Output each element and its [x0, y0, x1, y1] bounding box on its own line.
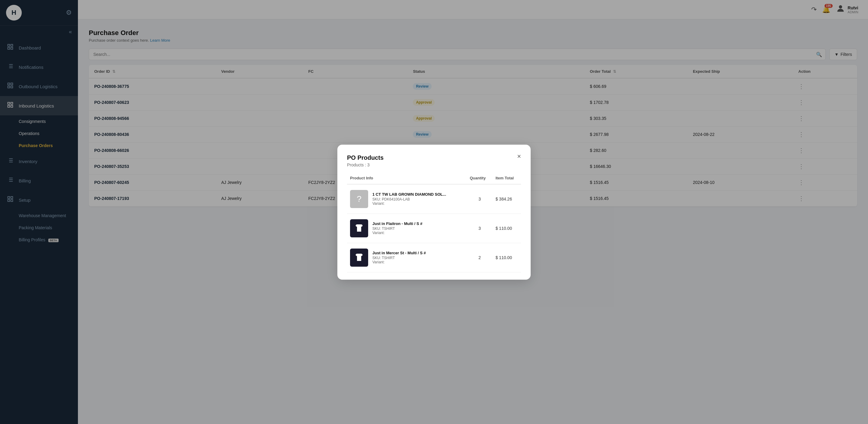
modal-subtitle: Products : 3 — [347, 162, 383, 167]
product-row: Just in Flaitron - Multi / S # SKU: TSHI… — [350, 219, 464, 237]
product-name: Just in Flaitron - Multi / S # — [372, 221, 422, 226]
product-info-cell: Just in Flaitron - Multi / S # SKU: TSHI… — [347, 213, 467, 243]
product-quantity-cell: 3 — [467, 213, 492, 243]
product-item-total-cell: $ 110.00 — [493, 243, 521, 272]
product-details: 1 CT TW LAB GROWN DIAMOND SOL... SKU: PD… — [372, 192, 446, 206]
modal-title: PO Products — [347, 154, 383, 161]
product-thumb-shirt — [350, 248, 368, 267]
modal-product-row: Just in Mercer St - Multi / S # SKU: TSH… — [347, 243, 521, 272]
modal-col-quantity: Quantity — [467, 172, 492, 184]
product-details: Just in Mercer St - Multi / S # SKU: TSH… — [372, 251, 426, 264]
modal-close-button[interactable]: × — [517, 153, 521, 160]
product-thumb-shirt — [350, 219, 368, 237]
product-quantity-cell: 2 — [467, 243, 492, 272]
product-info-cell: Just in Mercer St - Multi / S # SKU: TSH… — [347, 243, 467, 272]
modal-col-product-info: Product Info — [347, 172, 467, 184]
product-item-total-cell: $ 110.00 — [493, 213, 521, 243]
product-details: Just in Flaitron - Multi / S # SKU: TSHI… — [372, 221, 422, 235]
product-info-cell: ? 1 CT TW LAB GROWN DIAMOND SOL... SKU: … — [347, 184, 467, 214]
product-variant: Variant: — [372, 202, 446, 206]
modal-product-row: ? 1 CT TW LAB GROWN DIAMOND SOL... SKU: … — [347, 184, 521, 214]
product-item-total-cell: $ 384.26 — [493, 184, 521, 214]
product-sku: SKU: TSHIRT — [372, 226, 422, 231]
product-name: Just in Mercer St - Multi / S # — [372, 251, 426, 255]
product-sku: SKU: PDK64100A-LAB — [372, 197, 446, 202]
product-variant: Variant: — [372, 231, 422, 235]
modal-header: PO Products Products : 3 × — [347, 154, 521, 167]
product-row: ? 1 CT TW LAB GROWN DIAMOND SOL... SKU: … — [350, 190, 464, 208]
product-sku: SKU: TSHIRT — [372, 256, 426, 260]
po-products-modal: PO Products Products : 3 × Product Info … — [337, 145, 531, 280]
product-name: 1 CT TW LAB GROWN DIAMOND SOL... — [372, 192, 446, 196]
product-variant: Variant: — [372, 260, 426, 264]
modal-col-item-total: Item Total — [493, 172, 521, 184]
products-table: Product Info Quantity Item Total ? 1 CT … — [347, 172, 521, 272]
modal-product-row: Just in Flaitron - Multi / S # SKU: TSHI… — [347, 213, 521, 243]
product-row: Just in Mercer St - Multi / S # SKU: TSH… — [350, 248, 464, 267]
product-quantity-cell: 3 — [467, 184, 492, 214]
modal-overlay[interactable]: PO Products Products : 3 × Product Info … — [0, 0, 868, 424]
product-thumb-placeholder: ? — [350, 190, 368, 208]
